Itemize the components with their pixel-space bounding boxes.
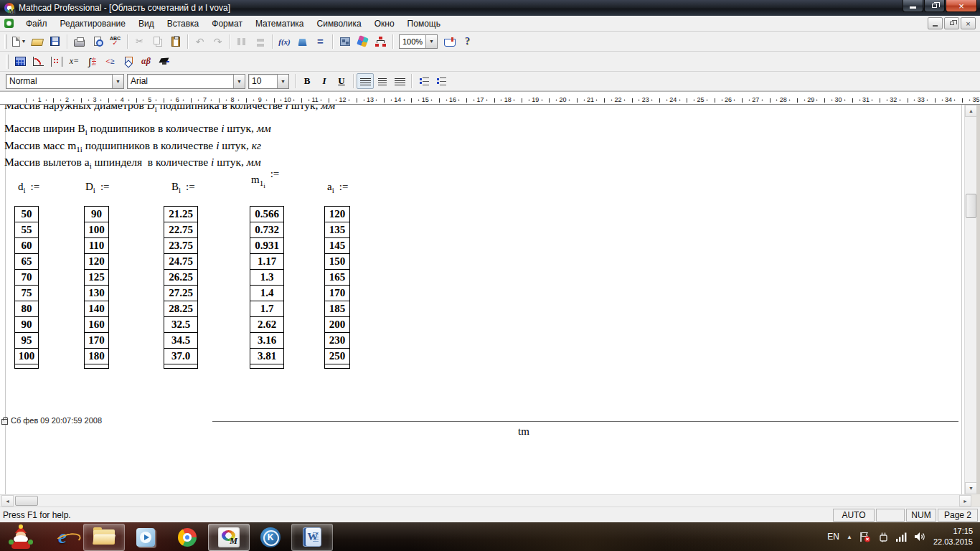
new-worksheet-button[interactable]: ▼: [11, 34, 27, 50]
table-cell[interactable]: 28.25: [164, 301, 198, 317]
vector-table-a[interactable]: 120135145150165170185200230250: [324, 206, 350, 369]
child-restore-button[interactable]: [944, 17, 959, 29]
table-cell[interactable]: 180: [84, 348, 109, 364]
font-dropdown-arrow-icon[interactable]: ▼: [233, 75, 245, 88]
insert-hyperlink-button[interactable]: [336, 34, 353, 50]
zoom-dropdown-arrow-icon[interactable]: ▼: [425, 35, 437, 48]
table-cell[interactable]: 50: [14, 206, 39, 222]
table-cell[interactable]: 2.62: [250, 316, 284, 333]
table-cell[interactable]: 95: [14, 332, 39, 349]
title-bar[interactable]: Mathcad Professional - [Область сочетани…: [0, 0, 980, 16]
align-left-button[interactable]: [357, 73, 374, 89]
italic-button[interactable]: I: [316, 73, 333, 89]
run-mathconnex-button[interactable]: [372, 34, 389, 50]
worksheet-window-icon[interactable]: [4, 19, 14, 28]
table-cell[interactable]: 34.5: [164, 332, 198, 349]
vector-definition-a[interactable]: ai:=: [327, 181, 348, 194]
table-cell[interactable]: 165: [324, 269, 350, 286]
calculus-palette-button[interactable]: ∫dydx: [84, 54, 100, 70]
toolbar-grip[interactable]: [6, 55, 9, 69]
volume-icon[interactable]: [914, 532, 926, 542]
graph-palette-button[interactable]: [30, 54, 47, 70]
table-cell[interactable]: 1.17: [250, 253, 284, 270]
bold-button[interactable]: B: [298, 73, 316, 89]
taskbar-media-player[interactable]: [125, 524, 166, 551]
vector-table-d[interactable]: 505560657075809095100: [14, 206, 39, 369]
vector-table-D[interactable]: 90100110120125130140160170180: [84, 206, 109, 369]
menu-view[interactable]: Вид: [132, 16, 161, 32]
copy-button[interactable]: [149, 34, 166, 50]
symbolic-palette-button[interactable]: [156, 54, 172, 70]
network-signal-icon[interactable]: [896, 532, 907, 542]
toolbar-grip[interactable]: [4, 34, 7, 49]
scroll-right-button[interactable]: ►: [959, 495, 971, 507]
taskbar-internet-explorer[interactable]: e: [42, 524, 83, 551]
table-cell[interactable]: 90: [84, 206, 109, 222]
table-cell[interactable]: 1.4: [250, 285, 284, 301]
power-plug-icon[interactable]: [878, 532, 889, 542]
taskbar-windows-explorer[interactable]: [83, 524, 125, 551]
table-cell[interactable]: 80: [14, 301, 39, 317]
taskbar-mathcad[interactable]: M: [208, 524, 250, 551]
minimize-button[interactable]: [903, 0, 923, 12]
underline-button[interactable]: U: [333, 73, 350, 89]
table-cell[interactable]: 130: [84, 285, 109, 301]
action-center-flag-icon[interactable]: [859, 532, 871, 542]
paste-button[interactable]: [167, 34, 184, 50]
align-across-button[interactable]: [234, 34, 250, 50]
table-cell[interactable]: 120: [84, 253, 109, 270]
table-cell[interactable]: 22.75: [164, 222, 198, 238]
child-minimize-button[interactable]: [928, 17, 943, 29]
table-cell[interactable]: 125: [84, 269, 109, 286]
text-region[interactable]: Массив вылетов ai шпинделя в количестве …: [4, 156, 261, 170]
menu-edit[interactable]: Редактирование: [54, 16, 132, 32]
table-cell[interactable]: 1.3: [250, 269, 284, 286]
scroll-left-button[interactable]: ◄: [1, 495, 14, 507]
math-region-tm[interactable]: tm: [518, 425, 529, 438]
table-cell[interactable]: 65: [14, 253, 39, 270]
matrix-palette-button[interactable]: [48, 54, 65, 70]
close-button[interactable]: ×: [946, 0, 977, 12]
vector-table-B[interactable]: 21.2522.7523.7524.7526.2527.2528.2532.53…: [164, 206, 198, 369]
taskbar-chrome[interactable]: [166, 524, 208, 551]
table-cell[interactable]: 150: [324, 253, 350, 270]
font-size-combobox[interactable]: 10 ▼: [248, 74, 289, 89]
menu-math[interactable]: Математика: [249, 16, 311, 32]
menu-help[interactable]: Помощь: [401, 16, 447, 32]
taskbar-clock[interactable]: 17:15 22.03.2015: [933, 526, 973, 547]
table-cell[interactable]: 3.16: [250, 332, 284, 349]
table-cell[interactable]: 100: [14, 348, 39, 364]
table-cell[interactable]: 1.7: [250, 301, 284, 317]
table-cell[interactable]: 75: [14, 285, 39, 301]
child-close-button[interactable]: ×: [961, 17, 976, 29]
print-button[interactable]: [71, 34, 88, 50]
align-right-button[interactable]: [391, 73, 408, 89]
style-combobox[interactable]: Normal ▼: [6, 74, 124, 89]
table-cell[interactable]: 160: [84, 316, 109, 333]
insert-function-button[interactable]: f(x): [276, 34, 293, 50]
table-cell[interactable]: 135: [324, 222, 350, 238]
help-button[interactable]: ?: [459, 34, 476, 50]
vector-definition-d[interactable]: di:=: [18, 181, 39, 194]
table-cell[interactable]: 185: [324, 301, 350, 317]
vertical-scrollbar-thumb[interactable]: [966, 194, 976, 218]
resource-center-button[interactable]: [441, 34, 458, 50]
boolean-palette-button[interactable]: <≥: [102, 54, 118, 70]
insert-component-button[interactable]: [354, 34, 371, 50]
table-cell[interactable]: 3.81: [250, 348, 284, 364]
start-button-santa[interactable]: [0, 524, 42, 551]
table-cell[interactable]: 0.931: [250, 237, 284, 254]
table-cell[interactable]: 110: [84, 237, 109, 254]
style-dropdown-arrow-icon[interactable]: ▼: [112, 75, 123, 88]
table-cell[interactable]: 24.75: [164, 253, 198, 270]
tray-expand-icon[interactable]: ▲: [847, 534, 852, 540]
table-cell[interactable]: 145: [324, 237, 350, 254]
table-cell[interactable]: 200: [324, 316, 350, 333]
worksheet-canvas[interactable]: Массив наружных диаметров Di подшипника …: [0, 105, 962, 494]
table-cell[interactable]: 37.0: [164, 348, 198, 364]
table-cell[interactable]: 90: [14, 316, 39, 333]
vertical-scrollbar[interactable]: ▲ ▼: [964, 105, 976, 494]
spell-check-button[interactable]: ABC✓: [107, 34, 123, 50]
vector-definition-m1[interactable]: m1i:=: [251, 174, 279, 189]
text-region[interactable]: Массив масс m1i подшипников в количестве…: [4, 139, 261, 154]
